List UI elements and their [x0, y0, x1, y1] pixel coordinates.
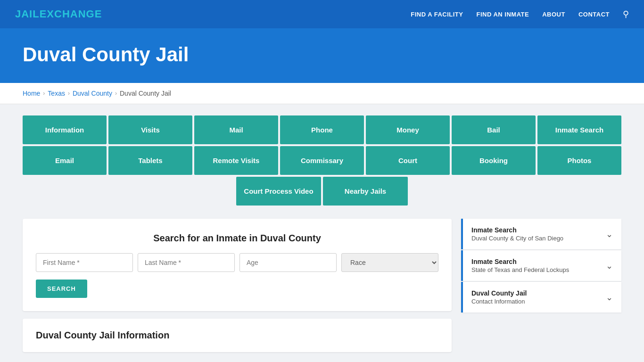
sidebar-item-title: Inmate Search: [471, 226, 563, 234]
tab-row-1: Information Visits Mail Phone Money Bail…: [23, 115, 621, 144]
sidebar-item-text: Inmate Search Duval County & City of San…: [471, 226, 563, 242]
tab-inmate-search[interactable]: Inmate Search: [537, 115, 621, 144]
logo-part1: JAIL: [15, 8, 40, 20]
tab-court-process-video[interactable]: Court Process Video: [236, 177, 321, 206]
sidebar-item-inmate-search-duval[interactable]: Inmate Search Duval County & City of San…: [461, 219, 621, 249]
last-name-input[interactable]: [138, 253, 235, 272]
tab-remote-visits[interactable]: Remote Visits: [194, 146, 278, 175]
logo-part2: EXCHANGE: [40, 8, 102, 20]
tab-email[interactable]: Email: [23, 146, 107, 175]
breadcrumb-current: Duval County Jail: [120, 90, 171, 97]
sidebar-item-contact-info[interactable]: Duval County Jail Contact Information ⌄: [461, 282, 621, 313]
tab-booking[interactable]: Booking: [452, 146, 536, 175]
page-title: Duval County Jail: [23, 43, 621, 66]
nav-find-facility[interactable]: FIND A FACILITY: [411, 11, 463, 18]
sidebar-item-text: Duval County Jail Contact Information: [471, 289, 527, 305]
breadcrumb-duval-county[interactable]: Duval County: [73, 90, 112, 97]
main-wrapper: Information Visits Mail Phone Money Bail…: [0, 104, 644, 362]
nav-about[interactable]: ABOUT: [542, 11, 565, 18]
search-icon[interactable]: ⚲: [623, 9, 629, 19]
nav-find-inmate[interactable]: FIND AN INMATE: [476, 11, 529, 18]
tab-nearby-jails[interactable]: Nearby Jails: [323, 177, 408, 206]
tab-money[interactable]: Money: [366, 115, 450, 144]
sidebar-item-title: Duval County Jail: [471, 289, 527, 297]
nav-links: FIND A FACILITY FIND AN INMATE ABOUT CON…: [411, 9, 629, 19]
left-column: Search for an Inmate in Duval County Rac…: [23, 219, 452, 352]
chevron-down-icon: ⌄: [606, 229, 613, 239]
sidebar: Inmate Search Duval County & City of San…: [461, 219, 621, 313]
logo[interactable]: JAILEXCHANGE: [15, 8, 102, 20]
first-name-input[interactable]: [36, 253, 133, 272]
sidebar-item-subtitle: Contact Information: [471, 298, 527, 305]
content-area: Search for an Inmate in Duval County Rac…: [23, 219, 621, 352]
sidebar-item-title: Inmate Search: [471, 258, 569, 265]
tab-mail[interactable]: Mail: [194, 115, 278, 144]
nav-contact[interactable]: CONTACT: [578, 11, 610, 18]
chevron-down-icon: ⌄: [606, 292, 613, 303]
search-fields: Race: [36, 253, 438, 272]
tab-photos[interactable]: Photos: [537, 146, 621, 175]
tab-court[interactable]: Court: [366, 146, 450, 175]
breadcrumb-sep-3: ›: [115, 90, 117, 97]
tab-phone[interactable]: Phone: [280, 115, 364, 144]
breadcrumb: Home › Texas › Duval County › Duval Coun…: [0, 83, 644, 104]
breadcrumb-home[interactable]: Home: [23, 90, 40, 97]
tab-bail[interactable]: Bail: [452, 115, 536, 144]
breadcrumb-texas[interactable]: Texas: [48, 90, 65, 97]
search-card: Search for an Inmate in Duval County Rac…: [23, 219, 452, 311]
race-select[interactable]: Race: [341, 253, 438, 272]
sidebar-item-subtitle: Duval County & City of San Diego: [471, 235, 563, 242]
info-section: Duval County Jail Information: [23, 319, 452, 352]
tab-row-2: Email Tablets Remote Visits Commissary C…: [23, 146, 621, 175]
breadcrumb-sep-2: ›: [68, 90, 70, 97]
chevron-down-icon: ⌄: [606, 261, 613, 271]
info-title: Duval County Jail Information: [36, 330, 438, 341]
search-title: Search for an Inmate in Duval County: [36, 233, 438, 244]
age-input[interactable]: [239, 253, 337, 272]
sidebar-item-subtitle: State of Texas and Federal Lockups: [471, 266, 569, 273]
tab-tablets[interactable]: Tablets: [108, 146, 192, 175]
navbar: JAILEXCHANGE FIND A FACILITY FIND AN INM…: [0, 0, 644, 28]
sidebar-item-inmate-search-texas[interactable]: Inmate Search State of Texas and Federal…: [461, 250, 621, 281]
hero-section: Duval County Jail: [0, 28, 644, 83]
breadcrumb-sep-1: ›: [43, 90, 45, 97]
tab-information[interactable]: Information: [23, 115, 107, 144]
tab-visits[interactable]: Visits: [108, 115, 192, 144]
tab-row-3: Court Process Video Nearby Jails: [23, 177, 621, 206]
tab-commissary[interactable]: Commissary: [280, 146, 364, 175]
search-button[interactable]: SEARCH: [36, 280, 87, 298]
sidebar-item-text: Inmate Search State of Texas and Federal…: [471, 258, 569, 273]
